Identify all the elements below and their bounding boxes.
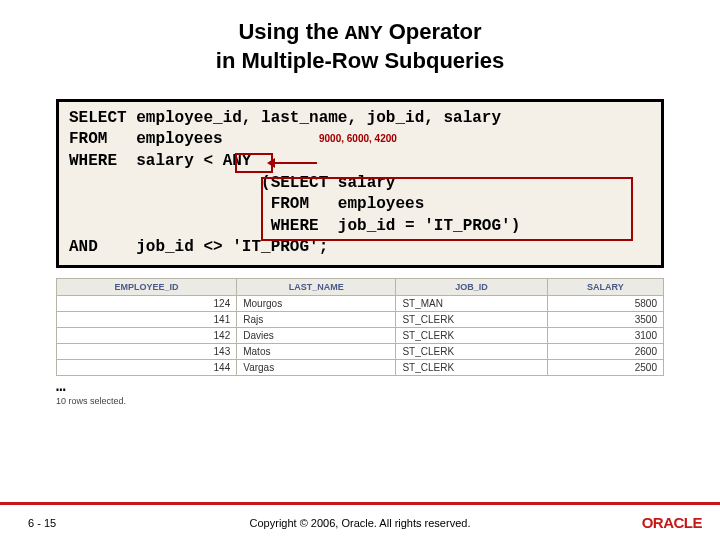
sql-line-1: SELECT employee_id, last_name, job_id, s… bbox=[69, 108, 651, 130]
col-header: JOB_ID bbox=[396, 278, 547, 295]
col-header: LAST_NAME bbox=[237, 278, 396, 295]
subquery-result-annotation: 9000, 6000, 4200 bbox=[319, 132, 397, 146]
table-row: 141 Rajs ST_CLERK 3500 bbox=[57, 311, 664, 327]
slide-title: Using the ANY Operator in Multiple-Row S… bbox=[0, 0, 720, 75]
row-count-label: 10 rows selected. bbox=[56, 396, 664, 406]
slide-footer: 6 - 15 Copyright © 2006, Oracle. All rig… bbox=[0, 502, 720, 540]
title-line2: in Multiple-Row Subqueries bbox=[0, 47, 720, 75]
table-row: 143 Matos ST_CLERK 2600 bbox=[57, 343, 664, 359]
sql-line-6: WHERE job_id = 'IT_PROG') bbox=[69, 216, 651, 238]
sql-code-box: SELECT employee_id, last_name, job_id, s… bbox=[56, 99, 664, 268]
col-header: SALARY bbox=[547, 278, 663, 295]
sql-line-5: FROM employees bbox=[69, 194, 651, 216]
col-header: EMPLOYEE_ID bbox=[57, 278, 237, 295]
table-row: 124 Mourgos ST_MAN 5800 bbox=[57, 295, 664, 311]
ellipsis: … bbox=[56, 378, 664, 396]
table-row: 144 Vargas ST_CLERK 2500 bbox=[57, 359, 664, 375]
title-line1-pre: Using the bbox=[238, 19, 344, 44]
oracle-logo: ORACLE bbox=[642, 514, 702, 531]
sql-line-3: WHERE salary < ANY bbox=[69, 151, 651, 173]
table-header-row: EMPLOYEE_ID LAST_NAME JOB_ID SALARY bbox=[57, 278, 664, 295]
copyright-text: Copyright © 2006, Oracle. All rights res… bbox=[0, 517, 720, 529]
sql-line-7: AND job_id <> 'IT_PROG'; bbox=[69, 237, 651, 259]
results-panel: EMPLOYEE_ID LAST_NAME JOB_ID SALARY 124 … bbox=[56, 278, 664, 376]
arrow-icon bbox=[273, 162, 317, 164]
results-table: EMPLOYEE_ID LAST_NAME JOB_ID SALARY 124 … bbox=[56, 278, 664, 376]
page-number: 6 - 15 bbox=[28, 517, 56, 529]
title-line1-mono: ANY bbox=[345, 22, 383, 45]
title-line1-post: Operator bbox=[383, 19, 482, 44]
sql-line-4: (SELECT salary bbox=[69, 173, 651, 195]
table-row: 142 Davies ST_CLERK 3100 bbox=[57, 327, 664, 343]
